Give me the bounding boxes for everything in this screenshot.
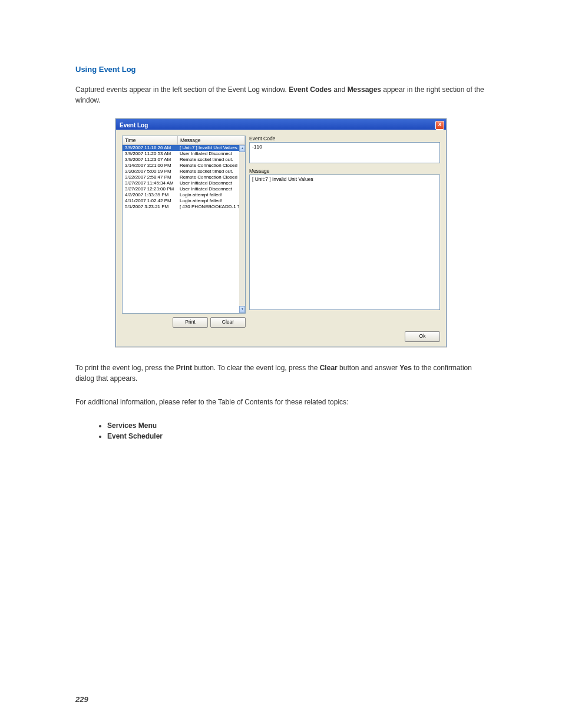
scroll-up-icon[interactable]: ▴	[239, 145, 245, 152]
titlebar[interactable]: Event Log X	[116, 119, 446, 130]
cell-msg: User Initiated Disconnect	[177, 180, 245, 186]
related-topics-list: Services Menu Event Scheduler	[75, 420, 487, 442]
cell-msg: [ #30 PHONEBOOKADD-1 Test ] I	[177, 204, 245, 210]
window-title: Event Log	[120, 122, 148, 129]
list-row[interactable]: 3/9/2007 11:16:26 AM [ Unit:7 ] Invalid …	[123, 145, 245, 151]
page-number: 229	[75, 695, 487, 704]
text: and	[332, 85, 348, 94]
cell-msg: Remote socket timed out.	[177, 157, 245, 163]
cell-msg: Login attempt failed!	[177, 198, 245, 204]
message-label: Message	[249, 168, 440, 174]
list-row[interactable]: 3/9/2007 11:23:07 AM Remote socket timed…	[123, 157, 245, 163]
text-bold: Print	[176, 364, 192, 372]
cell-msg: [ Unit:7 ] Invalid Unit Values	[177, 145, 245, 151]
text: button and answer	[338, 364, 399, 372]
cell-time: 3/9/2007 11:23:07 AM	[123, 157, 177, 163]
text-bold: Clear	[320, 364, 338, 372]
see-also-paragraph: For additional information, please refer…	[75, 397, 487, 407]
list-row[interactable]: 4/2/2007 1:33:39 PM Login attempt failed…	[123, 192, 245, 198]
event-code-label: Event Code	[249, 136, 440, 141]
list-row[interactable]: 3/22/2007 2:58:47 PM Remote Connection C…	[123, 174, 245, 180]
cell-msg: User Initiated Disconnect	[177, 151, 245, 157]
list-row[interactable]: 4/11/2007 1:02:42 PM Login attempt faile…	[123, 198, 245, 204]
ok-button[interactable]: Ok	[405, 331, 440, 342]
cell-time: 5/1/2007 3:23:21 PM	[123, 204, 177, 210]
col-time-header[interactable]: Time	[123, 136, 178, 144]
text-bold: Yes	[399, 364, 412, 372]
text: Captured events appear in the left secti…	[75, 85, 289, 94]
list-row[interactable]: 3/14/2007 3:21:00 PM Remote Connection C…	[123, 163, 245, 169]
text-bold: Messages	[348, 85, 381, 94]
scrollbar[interactable]: ▴ ▾	[239, 145, 245, 313]
list-row[interactable]: 3/9/2007 11:20:53 AM User Initiated Disc…	[123, 151, 245, 157]
message-field[interactable]: [ Unit:7 ] Invalid Unit Values	[249, 174, 440, 310]
scroll-down-icon[interactable]: ▾	[239, 306, 245, 313]
print-button[interactable]: Print	[173, 317, 208, 328]
list-row[interactable]: 3/20/2007 5:00:19 PM Remote socket timed…	[123, 169, 245, 174]
cell-time: 4/2/2007 1:33:39 PM	[123, 192, 177, 198]
text-bold: Event Codes	[289, 85, 332, 94]
cell-time: 3/22/2007 2:58:47 PM	[123, 174, 177, 180]
cell-time: 3/27/2007 11:45:34 AM	[123, 180, 177, 186]
col-message-header[interactable]: Message	[178, 136, 245, 144]
event-log-dialog: Event Log X Time Message 3/9/2007 11:16:	[115, 118, 447, 347]
list-row[interactable]: 3/27/2007 11:45:34 AM User Initiated Dis…	[123, 180, 245, 186]
related-topic: Event Scheduler	[107, 431, 487, 442]
cell-msg: Remote Connection Closed	[177, 163, 245, 169]
cell-time: 3/9/2007 11:20:53 AM	[123, 151, 177, 157]
cell-msg: Login attempt failed!	[177, 192, 245, 198]
intro-paragraph: Captured events appear in the left secti…	[75, 84, 487, 106]
list-row[interactable]: 5/1/2007 3:23:21 PM [ #30 PHONEBOOKADD-1…	[123, 204, 245, 210]
event-code-field[interactable]: -110	[249, 142, 440, 163]
cell-msg: Remote Connection Closed	[177, 174, 245, 180]
cell-msg: User Initiated Disconnect	[177, 186, 245, 192]
cell-time: 4/11/2007 1:02:42 PM	[123, 198, 177, 204]
cell-msg: Remote socket timed out.	[177, 169, 245, 174]
figure: Event Log X Time Message 3/9/2007 11:16:	[75, 118, 487, 347]
close-icon: X	[438, 121, 441, 127]
text: To print the event log, press the	[75, 364, 176, 372]
cell-time: 3/9/2007 11:16:26 AM	[123, 145, 177, 151]
section-heading: Using Event Log	[75, 65, 487, 74]
list-row[interactable]: 3/27/2007 12:23:00 PM User Initiated Dis…	[123, 186, 245, 192]
cell-time: 3/20/2007 5:00:19 PM	[123, 169, 177, 174]
print-clear-paragraph: To print the event log, press the Print …	[75, 363, 487, 384]
cell-time: 3/14/2007 3:21:00 PM	[123, 163, 177, 169]
clear-button[interactable]: Clear	[210, 317, 246, 328]
list-rows: 3/9/2007 11:16:26 AM [ Unit:7 ] Invalid …	[123, 145, 245, 313]
close-button[interactable]: X	[435, 121, 444, 130]
text: button. To clear the event log, press th…	[192, 364, 320, 372]
related-topic: Services Menu	[107, 420, 487, 431]
event-list[interactable]: Time Message 3/9/2007 11:16:26 AM [ Unit…	[122, 136, 246, 314]
list-header: Time Message	[123, 136, 245, 145]
cell-time: 3/27/2007 12:23:00 PM	[123, 186, 177, 192]
